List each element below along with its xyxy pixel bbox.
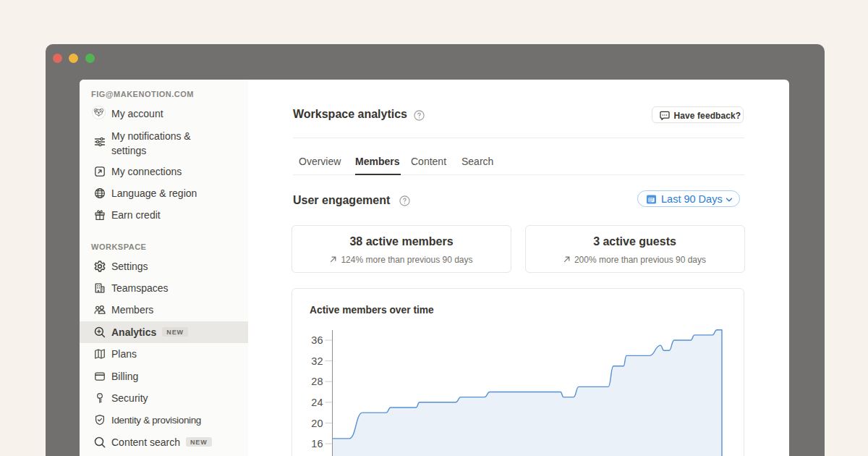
svg-text:36: 36 [311,334,323,346]
svg-text:28: 28 [311,376,323,387]
svg-text:24: 24 [311,397,323,408]
svg-text:16: 16 [311,438,323,449]
svg-text:32: 32 [311,355,323,367]
svg-text:20: 20 [311,418,323,429]
